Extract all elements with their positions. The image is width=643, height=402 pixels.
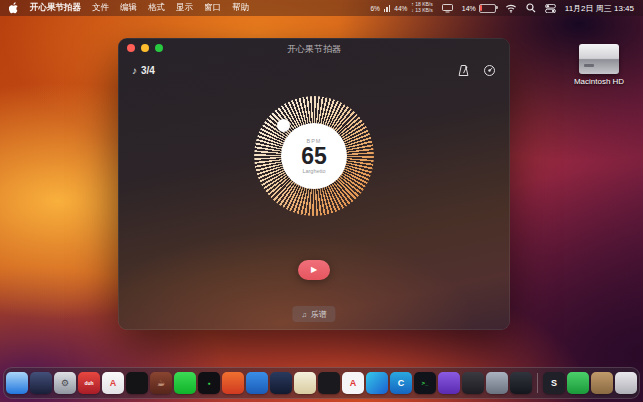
cpu-graph-icon: [384, 5, 391, 12]
apple-icon: [9, 2, 19, 14]
dock-icon-app-14[interactable]: [318, 372, 340, 394]
dock-icon-app-24[interactable]: [567, 372, 589, 394]
app-c-glyph: C: [398, 379, 405, 388]
volume-label: Macintosh HD: [565, 77, 633, 86]
bpm-display: BPM 65 Larghetto: [281, 123, 347, 189]
dial-knob[interactable]: [277, 119, 290, 132]
metronome-window: 开心果节拍器 ♪ 3/4: [118, 38, 510, 330]
net-down: ↓ 13 KB/s: [411, 8, 432, 14]
dock-icon-app-13[interactable]: [294, 372, 316, 394]
dock-icon-app-20[interactable]: [462, 372, 484, 394]
dock-icon-system-settings[interactable]: ⚙: [54, 372, 76, 394]
score-button-label: 乐谱: [311, 309, 327, 320]
dock-separator: [537, 373, 538, 393]
battery-percent: 14%: [462, 5, 476, 12]
menu-format[interactable]: 格式: [148, 2, 165, 14]
desktop-icon-macintosh-hd[interactable]: Macintosh HD: [565, 44, 633, 86]
system-settings-glyph: ⚙: [61, 379, 69, 388]
menu-bar: 开心果节拍器 文件 编辑 格式 显示 窗口 帮助 6% 44% ↑ 18 KB/…: [0, 0, 643, 16]
dock: ⚙duhA☕●AC>_S: [3, 367, 640, 399]
metronome-icon[interactable]: [457, 64, 470, 77]
control-center-icon[interactable]: [545, 4, 556, 13]
dock-icon-app-10[interactable]: [222, 372, 244, 394]
score-icon: ♫: [301, 311, 306, 318]
dock-icon-app-16[interactable]: [366, 372, 388, 394]
search-icon[interactable]: [526, 3, 536, 13]
app-a-glyph: A: [350, 379, 357, 388]
dock-icon-app-22[interactable]: [510, 372, 532, 394]
wifi-icon[interactable]: [505, 4, 517, 13]
dock-icon-app-duh[interactable]: duh: [78, 372, 100, 394]
menu-file[interactable]: 文件: [92, 2, 109, 14]
time-signature-button[interactable]: ♪ 3/4: [132, 65, 155, 76]
time-signature-value: 3/4: [141, 65, 155, 76]
menu-edit[interactable]: 编辑: [120, 2, 137, 14]
cpu-usage: 6%: [370, 5, 379, 12]
dock-icon-app-s[interactable]: S: [543, 372, 565, 394]
dock-icon-trash[interactable]: [615, 372, 637, 394]
battery-icon: [479, 4, 496, 13]
window-titlebar[interactable]: 开心果节拍器: [118, 38, 510, 58]
menu-window[interactable]: 窗口: [204, 2, 221, 14]
dock-icon-app-11[interactable]: [246, 372, 268, 394]
window-title: 开心果节拍器: [118, 43, 510, 56]
menu-app-name[interactable]: 开心果节拍器: [30, 2, 81, 14]
menu-datetime[interactable]: 11月2日 周三 13:45: [565, 3, 634, 14]
menu-view[interactable]: 显示: [176, 2, 193, 14]
note-icon: ♪: [132, 65, 137, 76]
dock-icon-app-a[interactable]: A: [342, 372, 364, 394]
desktop: 开心果节拍器 文件 编辑 格式 显示 窗口 帮助 6% 44% ↑ 18 KB/…: [0, 0, 643, 402]
menu-help[interactable]: 帮助: [232, 2, 249, 14]
bpm-tempo-name: Larghetto: [302, 168, 325, 174]
hard-drive-icon: [579, 44, 619, 74]
score-button[interactable]: ♫ 乐谱: [292, 306, 335, 322]
dock-icon-terminal[interactable]: >_: [414, 372, 436, 394]
app-9-glyph: ●: [207, 381, 210, 386]
mem-usage: 44%: [394, 5, 407, 12]
dock-icon-app-2[interactable]: [30, 372, 52, 394]
dock-icon-finder[interactable]: [6, 372, 28, 394]
display-icon[interactable]: [442, 4, 453, 13]
dock-icon-wechat[interactable]: [174, 372, 196, 394]
app-store-glyph: A: [110, 379, 117, 388]
dock-icon-app-store[interactable]: A: [102, 372, 124, 394]
system-stats[interactable]: 6% 44% ↑ 18 KB/s ↓ 13 KB/s: [370, 2, 432, 14]
app-duh-glyph: duh: [84, 381, 93, 386]
dock-icon-app-c[interactable]: C: [390, 372, 412, 394]
apple-menu[interactable]: [9, 2, 19, 14]
play-icon: ▶: [311, 266, 317, 274]
tempo-dial-icon[interactable]: [483, 64, 496, 77]
battery-status[interactable]: 14%: [462, 4, 496, 13]
bpm-dial[interactable]: BPM 65 Larghetto: [254, 96, 374, 216]
play-button[interactable]: ▶: [298, 260, 330, 280]
app-s-glyph: S: [551, 379, 557, 388]
dock-icon-app-21[interactable]: [486, 372, 508, 394]
dock-icon-app-9[interactable]: ●: [198, 372, 220, 394]
dock-icon-downloads[interactable]: [591, 372, 613, 394]
dock-icon-coffee-app[interactable]: ☕: [150, 372, 172, 394]
dock-icon-app-19[interactable]: [438, 372, 460, 394]
coffee-app-glyph: ☕: [157, 379, 165, 388]
terminal-glyph: >_: [422, 380, 429, 386]
network-speed: ↑ 18 KB/s ↓ 13 KB/s: [411, 2, 432, 14]
window-toolbar: ♪ 3/4: [132, 64, 496, 77]
dock-icon-app-6[interactable]: [126, 372, 148, 394]
dock-icon-app-12[interactable]: [270, 372, 292, 394]
bpm-value: 65: [301, 144, 327, 168]
